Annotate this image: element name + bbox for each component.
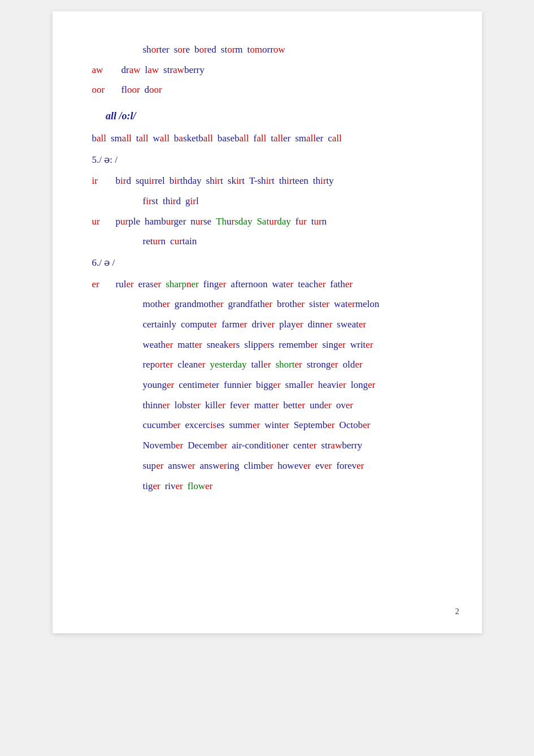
word-draw: draw xyxy=(121,60,141,80)
word-weather: weather xyxy=(143,335,173,355)
word-hamburger: hamburger xyxy=(145,211,186,232)
word-singer: singer xyxy=(322,335,346,355)
word-driver: driver xyxy=(252,314,275,335)
word-longer: longer xyxy=(351,375,375,395)
word-computer: computer xyxy=(181,314,217,335)
word-wall: wall xyxy=(153,128,170,149)
word-brother: brother xyxy=(277,294,305,314)
word-ever: ever xyxy=(315,456,332,476)
word-saturday: Saturday xyxy=(257,211,290,232)
word-basketball: basketball xyxy=(174,128,213,149)
word-over: over xyxy=(336,395,353,416)
word-smaller: smaller xyxy=(295,128,323,149)
word-answer: answer xyxy=(168,456,195,476)
word-nurse: nurse xyxy=(190,211,211,232)
content-area: shorter sore bored storm tomorrow aw dra… xyxy=(92,40,442,496)
word-answering: answering xyxy=(200,456,240,476)
word-lobster: lobster xyxy=(175,395,201,416)
word-taller: taller xyxy=(251,355,271,375)
word-october: October xyxy=(339,415,370,435)
word-ball: ball xyxy=(92,128,107,149)
word-water: water xyxy=(272,274,294,295)
word-return: return xyxy=(143,231,166,252)
word-tall: tall xyxy=(136,128,149,149)
word-sharpner: sharpner xyxy=(166,274,199,295)
word-forever: forever xyxy=(336,456,364,476)
word-older: older xyxy=(342,355,362,375)
word-shorter: shorter xyxy=(276,355,302,375)
word-tiger: tiger xyxy=(143,476,160,496)
word-bigger: bigger xyxy=(256,375,280,395)
section-num-5: 5./ ə: / xyxy=(92,150,442,170)
word-tomorrow: tomorrow xyxy=(248,40,285,60)
word-sneakers: sneakers xyxy=(207,335,240,355)
word-december: December xyxy=(188,435,227,456)
word-reporter: reporter xyxy=(143,355,173,375)
word-thinner: thinner xyxy=(143,395,170,416)
line-ball: ball small tall wall basketball baseball… xyxy=(92,128,442,149)
word-better: better xyxy=(283,395,305,416)
word-turn: turn xyxy=(311,211,327,232)
word-shorter: shorter xyxy=(143,40,170,60)
word-grandmother: grandmother xyxy=(175,294,224,314)
word-fur: fur xyxy=(296,211,307,232)
word-slippers: slippers xyxy=(244,335,274,355)
word-storm: storm xyxy=(221,40,243,60)
line-oor: oor floor door xyxy=(92,80,442,100)
word-purple: purple xyxy=(116,211,140,232)
word-thirty: thirty xyxy=(313,171,334,191)
word-player: player xyxy=(279,314,303,335)
word-remember: remember xyxy=(279,335,318,355)
word-afternoon: afternoon xyxy=(231,274,267,295)
section-header-all: all /o:l/ xyxy=(103,106,442,127)
page: shorter sore bored storm tomorrow aw dra… xyxy=(53,11,482,633)
word-sweater: sweater xyxy=(337,314,366,335)
word-funnier: funnier xyxy=(224,375,251,395)
word-excercises: excercises xyxy=(185,415,225,435)
word-call: call xyxy=(328,128,342,149)
word-teacher: teacher xyxy=(298,274,325,295)
word-winter: winter xyxy=(264,415,289,435)
word-fall: fall xyxy=(254,128,267,149)
word-baseball: baseball xyxy=(218,128,249,149)
word-cleaner: cleaner xyxy=(177,355,205,375)
word-tshirt: T-shirt xyxy=(249,171,275,191)
word-heavier: heavier xyxy=(318,375,346,395)
word-matter2: matter xyxy=(254,395,279,416)
word-farmer: farmer xyxy=(222,314,247,335)
word-grandfather: grandfather xyxy=(228,294,272,314)
word-skirt: skirt xyxy=(228,171,245,191)
word-girl: girl xyxy=(185,191,199,211)
word-summer: summer xyxy=(229,415,260,435)
word-first: first xyxy=(143,191,158,211)
word-squirrel: squirrel xyxy=(136,171,165,191)
word-sore: sore xyxy=(174,40,190,60)
word-centimeter: centimeter xyxy=(179,375,219,395)
word-certainly: certainly xyxy=(143,314,176,335)
line-ur: ur purple hamburger nurse Thursday Satur… xyxy=(92,211,442,232)
line-reporter: reporter cleaner yesterday taller shorte… xyxy=(143,355,442,375)
word-center: center xyxy=(293,435,317,456)
word-father: father xyxy=(330,274,353,295)
word-small: small xyxy=(111,128,132,149)
word-thursday: Thursday xyxy=(216,211,252,232)
word-climber: climber xyxy=(244,456,273,476)
line-november: November December air-conditioner center… xyxy=(143,435,442,456)
word-mother: mother xyxy=(143,294,170,314)
word-dinner: dinner xyxy=(308,314,332,335)
line-cucumber: cucumber excercises summer winter Septem… xyxy=(143,415,442,435)
word-watermelon: watermelon xyxy=(334,294,379,314)
word-writer: writer xyxy=(350,335,374,355)
word-bored: bored xyxy=(194,40,216,60)
prefix-aw: aw xyxy=(92,60,115,80)
prefix-ir: ir xyxy=(92,171,109,191)
line-ir: ir bird squirrel birthday shirt skirt T-… xyxy=(92,171,442,191)
word-younger: younger xyxy=(143,375,175,395)
word-super: super xyxy=(143,456,164,476)
word-however: however xyxy=(277,456,311,476)
word-river: river xyxy=(165,476,183,496)
line-weather: weather matter sneakers slippers remembe… xyxy=(143,335,442,355)
word-taller: taller xyxy=(271,128,290,149)
word-under: under xyxy=(310,395,332,416)
word-november: November xyxy=(143,435,184,456)
